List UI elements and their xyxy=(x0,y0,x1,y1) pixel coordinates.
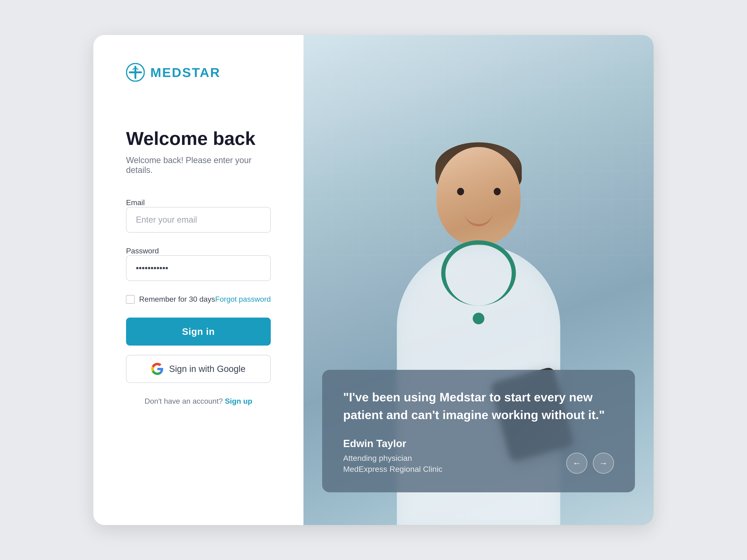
doctor-head xyxy=(437,147,520,245)
doctor-smile xyxy=(465,212,493,226)
testimonial-nav: ← → xyxy=(566,453,614,474)
remember-label: Remember for 30 days xyxy=(139,295,215,303)
logo-text: MEDSTAR xyxy=(150,65,221,80)
testimonial-overlay: "I've been using Medstar to start every … xyxy=(322,370,635,492)
right-panel: "I've been using Medstar to start every … xyxy=(304,35,654,525)
remember-row: Remember for 30 days xyxy=(126,295,215,303)
prev-testimonial-button[interactable]: ← xyxy=(566,453,587,474)
password-input[interactable] xyxy=(126,255,271,281)
options-row: Remember for 30 days Forgot password xyxy=(126,295,271,303)
google-signin-label: Sign in with Google xyxy=(169,364,246,374)
doctor-eye-right xyxy=(494,188,501,195)
forgot-password-link[interactable]: Forgot password xyxy=(215,295,271,303)
form-section: Welcome back Welcome back! Please enter … xyxy=(126,128,271,497)
login-card: MEDSTAR Welcome back Welcome back! Pleas… xyxy=(93,35,654,525)
doctor-stethoscope xyxy=(441,240,516,306)
sign-in-button[interactable]: Sign in xyxy=(126,318,271,346)
welcome-title: Welcome back xyxy=(126,128,271,149)
google-icon xyxy=(151,363,163,375)
password-label: Password xyxy=(126,247,159,255)
signup-link[interactable]: Sign up xyxy=(225,397,252,405)
left-panel: MEDSTAR Welcome back Welcome back! Pleas… xyxy=(93,35,304,525)
welcome-subtitle: Welcome back! Please enter your details. xyxy=(126,155,271,175)
testimonial-author-name: Edwin Taylor xyxy=(343,438,614,449)
medstar-logo-icon xyxy=(126,63,145,82)
logo-area: MEDSTAR xyxy=(126,63,271,82)
doctor-eye-left xyxy=(457,188,464,195)
no-account-text: Don't have an account? xyxy=(145,397,225,405)
email-label: Email xyxy=(126,198,145,207)
testimonial-quote: "I've been using Medstar to start every … xyxy=(343,389,614,424)
email-input[interactable] xyxy=(126,207,271,233)
google-signin-button[interactable]: Sign in with Google xyxy=(126,355,271,383)
next-testimonial-button[interactable]: → xyxy=(593,453,614,474)
remember-checkbox[interactable] xyxy=(126,295,134,303)
signup-row: Don't have an account? Sign up xyxy=(126,397,271,405)
